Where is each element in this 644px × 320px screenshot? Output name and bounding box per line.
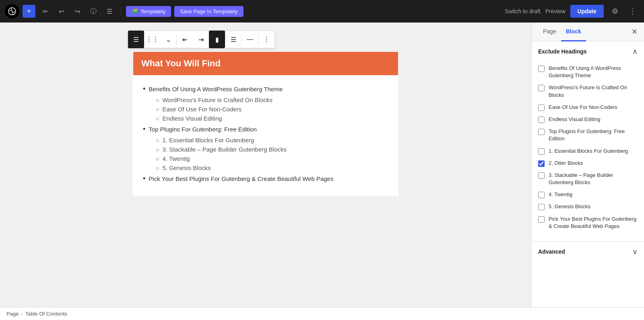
checkbox-ease[interactable] — [538, 105, 545, 111]
checkbox-label[interactable]: 4. Twentig — [549, 191, 572, 198]
save-page-templately-button[interactable]: Save Page In Templately — [174, 6, 244, 17]
toc-item-text: Top Plugins For Gutenberg: Free Edition — [149, 126, 256, 133]
main-layout: ☰ ⋮⋮ ⌄ ⇤ ⇥ ▮ ☰ — ⋮ What You Will Find Be… — [0, 23, 644, 307]
breadcrumb-separator: › — [21, 311, 23, 317]
ordered-list-button[interactable]: ☰ — [225, 31, 242, 48]
checkbox-label[interactable]: Top Plugins For Gutenberg: Free Edition — [549, 128, 638, 142]
toc-item-text: Benefits Of Using A WordPress Gutenberg … — [149, 86, 283, 92]
checkbox-item: 3. Stackable – Page Builder Gutenberg Bl… — [538, 172, 638, 186]
list-view-button[interactable]: ☰ — [103, 5, 116, 18]
checkbox-benefits[interactable] — [538, 66, 545, 72]
breadcrumb-bar: Page › Table Of Contents — [0, 307, 644, 320]
toc-item-text: 3. Stackable – Page Builder Gutenberg Bl… — [162, 146, 287, 153]
checkbox-pick-best[interactable] — [538, 216, 545, 223]
checkbox-essential[interactable] — [538, 148, 545, 155]
list-item: 4. Twentig — [156, 155, 388, 162]
horizontal-rule-button[interactable]: — — [242, 31, 258, 48]
toc-item-text: Pick Your Best Plugins For Gutenberg & C… — [149, 175, 333, 182]
checkbox-label[interactable]: 3. Stackable – Page Builder Gutenberg Bl… — [549, 172, 638, 186]
section-title: Exclude Headings — [538, 48, 587, 55]
checkbox-future[interactable] — [538, 85, 545, 91]
templately-label: Templately — [140, 8, 165, 14]
checkbox-item: 1. Essential Blocks For Gutenberg — [538, 148, 638, 155]
checkbox-item: Endless Visual Editing — [538, 116, 638, 123]
add-block-button[interactable]: + — [23, 5, 35, 18]
more-block-options-button[interactable]: ⋮ — [258, 31, 275, 48]
editor-area: ☰ ⋮⋮ ⌄ ⇤ ⇥ ▮ ☰ — ⋮ What You Will Find Be… — [0, 23, 531, 307]
breadcrumb-page[interactable]: Page — [6, 311, 19, 317]
toc-item-text: 5. Genesis Blocks — [162, 164, 211, 171]
checkbox-label[interactable]: 2. Otter Blocks — [549, 160, 583, 167]
templately-icon: 🧩 — [132, 8, 138, 14]
list-item: 3. Stackable – Page Builder Gutenberg Bl… — [156, 146, 388, 153]
info-button[interactable]: ⓘ — [87, 5, 100, 18]
checkbox-item: Top Plugins For Gutenberg: Free Edition — [538, 128, 638, 142]
advanced-title: Advanced — [538, 248, 565, 255]
edit-button[interactable]: ✏ — [39, 5, 52, 18]
checkbox-label[interactable]: Endless Visual Editing — [549, 116, 600, 123]
checkbox-label[interactable]: 5. Genesis Blocks — [549, 203, 590, 210]
advanced-toggle-icon: ∨ — [632, 247, 638, 256]
exclude-headings-content: Benefits Of Using A WordPress Gutenberg … — [532, 62, 644, 241]
top-bar: + ✏ ↩ ↪ ⓘ ☰ 🧩 Templately Save Page In Te… — [0, 0, 644, 23]
toc-heading: What You Will Find — [133, 52, 398, 75]
checkbox-item: 4. Twentig — [538, 191, 638, 198]
checkbox-label[interactable]: WordPress's Future Is Crafted On Blocks — [549, 84, 638, 98]
toc-item-text: 4. Twentig — [162, 155, 190, 162]
checkbox-stackable[interactable] — [538, 172, 545, 179]
drag-handle[interactable]: ⋮⋮ — [144, 31, 160, 48]
toc-item-text: 1. Essential Blocks For Gutenberg — [162, 137, 254, 144]
wp-logo — [5, 4, 19, 18]
toc-item-text: Ease Of Use For Non-Coders — [162, 106, 242, 113]
list-item: Ease Of Use For Non-Coders — [156, 106, 388, 113]
toc-item-text: WordPress's Future Is Crafted On Blocks — [162, 96, 272, 103]
align-right-button[interactable]: ▮ — [209, 31, 225, 48]
undo-button[interactable]: ↩ — [55, 5, 68, 18]
move-up-down-button[interactable]: ⌄ — [160, 31, 176, 48]
tab-page[interactable]: Page — [538, 23, 561, 41]
top-bar-right: Switch to draft Preview Update ⚙ ⋮ — [505, 5, 639, 18]
checkbox-top-plugins[interactable] — [538, 129, 545, 135]
checkbox-label[interactable]: Pick Your Best Plugins For Gutenberg & C… — [549, 215, 638, 230]
checkbox-label[interactable]: 1. Essential Blocks For Gutenberg — [549, 148, 628, 155]
list-item: Endless Visual Editing — [156, 115, 388, 122]
checkbox-label[interactable]: Ease Of Use For Non-Coders — [549, 104, 617, 111]
exclude-headings-header[interactable]: Exclude Headings ∧ — [532, 41, 644, 62]
align-center-button[interactable]: ⇥ — [193, 31, 209, 48]
toc-block: What You Will Find Benefits Of Using A W… — [133, 51, 398, 196]
checkbox-otter[interactable] — [538, 160, 545, 167]
checkbox-item: WordPress's Future Is Crafted On Blocks — [538, 84, 638, 98]
toc-body: Benefits Of Using A WordPress Gutenberg … — [133, 75, 398, 196]
toc-item-text: Endless Visual Editing — [162, 115, 222, 122]
checkbox-twentig[interactable] — [538, 192, 545, 198]
list-item: 5. Genesis Blocks — [156, 164, 388, 171]
update-button[interactable]: Update — [570, 5, 604, 18]
checkbox-item: Pick Your Best Plugins For Gutenberg & C… — [538, 215, 638, 230]
list-item: Top Plugins For Gutenberg: Free Edition — [143, 125, 388, 133]
checkbox-visual[interactable] — [538, 117, 545, 123]
checkbox-item: Ease Of Use For Non-Coders — [538, 104, 638, 111]
section-collapse-icon: ∧ — [632, 47, 638, 56]
block-list-button[interactable]: ☰ — [128, 31, 144, 48]
block-toolbar: ☰ ⋮⋮ ⌄ ⇤ ⇥ ▮ ☰ — ⋮ — [128, 31, 275, 48]
exclude-headings-section: Exclude Headings ∧ Benefits Of Using A W… — [532, 41, 644, 242]
checkbox-item: Benefits Of Using A WordPress Gutenberg … — [538, 65, 638, 79]
list-item: Pick Your Best Plugins For Gutenberg & C… — [143, 174, 388, 183]
list-item: Benefits Of Using A WordPress Gutenberg … — [143, 85, 388, 93]
preview-button[interactable]: Preview — [545, 8, 566, 14]
align-left-button[interactable]: ⇤ — [177, 31, 193, 48]
checkbox-item: 5. Genesis Blocks — [538, 203, 638, 210]
redo-button[interactable]: ↪ — [71, 5, 84, 18]
checkbox-label[interactable]: Benefits Of Using A WordPress Gutenberg … — [549, 65, 638, 79]
advanced-section[interactable]: Advanced ∨ — [532, 242, 644, 262]
list-item: 1. Essential Blocks For Gutenberg — [156, 137, 388, 144]
tab-block[interactable]: Block — [561, 23, 586, 41]
sidebar-close-button[interactable]: ✕ — [632, 23, 638, 41]
more-options-button[interactable]: ⋮ — [626, 5, 639, 18]
templately-button[interactable]: 🧩 Templately — [126, 6, 171, 17]
breadcrumb-current: Table Of Contents — [25, 311, 67, 317]
checkbox-genesis[interactable] — [538, 204, 545, 210]
checkbox-item: 2. Otter Blocks — [538, 160, 638, 167]
switch-to-draft-button[interactable]: Switch to draft — [505, 8, 541, 14]
settings-button[interactable]: ⚙ — [609, 5, 621, 18]
